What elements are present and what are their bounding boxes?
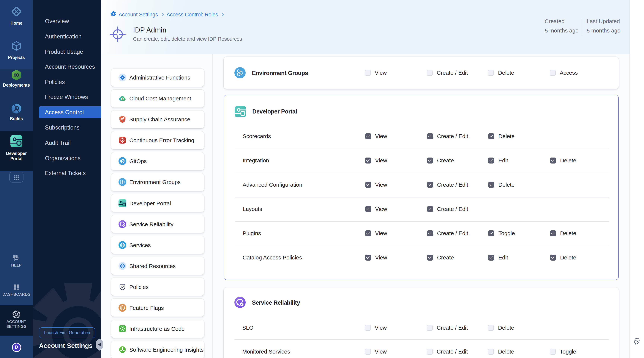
svg-text:?: ?	[14, 255, 16, 258]
svg-text:$: $	[121, 97, 123, 101]
